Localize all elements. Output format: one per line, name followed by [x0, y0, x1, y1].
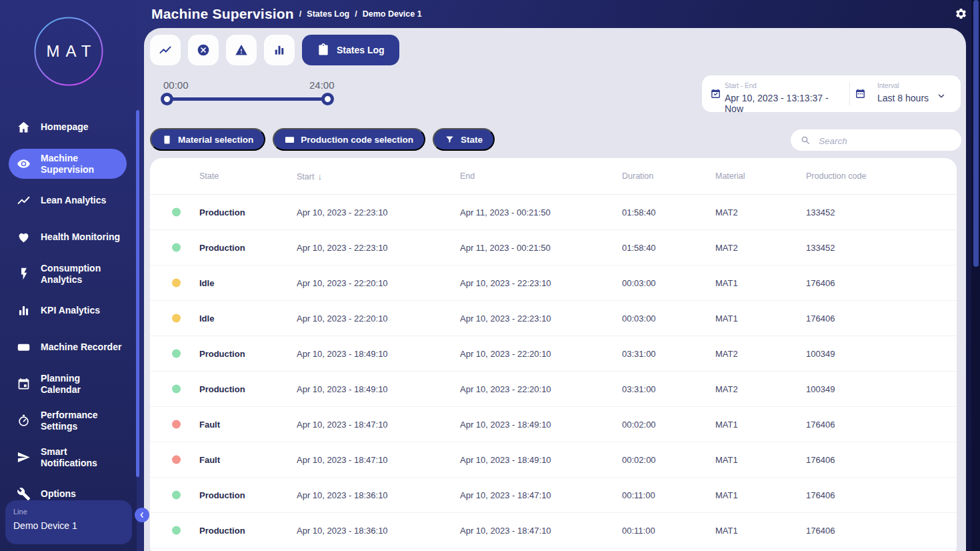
- slider-handle-end[interactable]: [321, 93, 334, 105]
- table-row[interactable]: FaultApr 10, 2023 - 18:47:10Apr 10, 2023…: [150, 407, 957, 442]
- table-row[interactable]: ProductionApr 10, 2023 - 18:36:10Apr 10,…: [150, 478, 957, 513]
- cancel-circle-icon: [197, 43, 210, 57]
- cell-material: MAT2: [715, 243, 738, 253]
- tab-trends[interactable]: [150, 35, 181, 65]
- cell-end: Apr 10, 2023 - 22:23:10: [460, 278, 551, 288]
- cell-duration: 03:31:00: [622, 349, 656, 359]
- slider-track[interactable]: [167, 97, 328, 101]
- cell-start: Apr 10, 2023 - 22:20:10: [297, 278, 388, 288]
- table-row[interactable]: ProductionApr 10, 2023 - 18:36:10Apr 10,…: [150, 513, 957, 548]
- cell-start: Apr 10, 2023 - 18:47:10: [297, 420, 388, 430]
- cell-state: Production: [199, 349, 245, 359]
- heart-pulse-icon: [17, 230, 31, 244]
- breadcrumb-device[interactable]: Demo Device 1: [363, 9, 422, 19]
- sidebar-item-health-monitoring[interactable]: Health Monitoring: [0, 219, 137, 255]
- table-row[interactable]: IdleApr 10, 2023 - 22:20:10Apr 10, 2023 …: [150, 301, 957, 336]
- tab-faults[interactable]: [188, 35, 219, 65]
- column-header-state[interactable]: State: [199, 171, 219, 181]
- sidebar-item-performance-settings[interactable]: Performance Settings: [0, 402, 137, 439]
- filter-bar: Material selection Production code selec…: [150, 128, 495, 151]
- cell-state: Production: [199, 490, 245, 500]
- cell-end: Apr 10, 2023 - 18:49:10: [460, 455, 551, 465]
- cell-material: MAT1: [715, 455, 738, 465]
- cell-material: MAT1: [715, 420, 738, 430]
- column-header-start[interactable]: Start↓: [297, 171, 322, 181]
- slider-handle-start[interactable]: [161, 93, 173, 105]
- cell-material: MAT2: [715, 349, 738, 359]
- cell-production-code: 176406: [806, 490, 835, 500]
- tab-statistics[interactable]: [264, 35, 295, 65]
- sidebar-collapse-button[interactable]: [135, 508, 149, 522]
- table-row[interactable]: ProductionApr 10, 2023 - 22:23:10Apr 11,…: [150, 230, 957, 265]
- table-row[interactable]: ProductionApr 10, 2023 - 22:23:10Apr 11,…: [150, 195, 957, 230]
- sidebar-item-label: Smart Notifications: [41, 446, 97, 468]
- sidebar-item-consumption-analytics[interactable]: Consumption Analytics: [0, 255, 137, 292]
- sidebar-nav: HomepageMachine SupervisionLean Analytic…: [0, 109, 137, 512]
- chevron-down-icon[interactable]: [937, 91, 946, 101]
- cell-duration: 00:11:00: [622, 490, 655, 500]
- sidebar-item-label: Consumption Analytics: [41, 263, 101, 285]
- column-header-material[interactable]: Material: [715, 171, 745, 181]
- sidebar-item-label: Options: [41, 488, 76, 500]
- sidebar-item-planning-calendar[interactable]: Planning Calendar: [0, 366, 137, 402]
- start-end-picker[interactable]: Start - End Apr 10, 2023 - 13:13:37 - No…: [702, 75, 849, 112]
- cell-production-code: 133452: [806, 207, 835, 217]
- device-name: Demo Device 1: [13, 520, 124, 531]
- status-dot-production: [172, 491, 181, 500]
- breadcrumb-states-log[interactable]: States Log: [307, 9, 349, 19]
- view-tabs: States Log: [150, 35, 399, 65]
- sidebar-item-label: Performance Settings: [41, 410, 98, 432]
- cell-end: Apr 11, 2023 - 00:21:50: [460, 207, 551, 217]
- calendar-check-icon: [710, 88, 721, 99]
- device-line-label: Line: [13, 508, 124, 516]
- cell-end: Apr 10, 2023 - 18:47:10: [460, 490, 551, 500]
- settings-gear-icon[interactable]: [955, 7, 967, 20]
- cell-state: Idle: [199, 278, 214, 288]
- table-row[interactable]: FaultApr 10, 2023 - 18:47:10Apr 10, 2023…: [150, 442, 957, 478]
- cell-state: Production: [199, 243, 245, 253]
- sidebar-item-machine-recorder[interactable]: Machine Recorder: [0, 329, 137, 366]
- sidebar-item-label: KPI Analytics: [41, 305, 100, 316]
- sidebar-item-kpi-analytics[interactable]: KPI Analytics: [0, 292, 137, 329]
- cell-production-code: 176406: [806, 314, 835, 324]
- trend-chart-icon: [17, 193, 31, 207]
- content-panel: States Log 00:00 24:00 Start - End Apr 1…: [144, 28, 966, 551]
- search-input[interactable]: [817, 129, 953, 152]
- column-header-end[interactable]: End: [460, 171, 475, 181]
- state-filter-button[interactable]: State: [433, 128, 495, 151]
- sidebar-item-smart-notifications[interactable]: Smart Notifications: [0, 439, 137, 476]
- page-scrollbar-thumb[interactable]: [973, 0, 979, 267]
- tab-label: States Log: [337, 45, 385, 55]
- table-row[interactable]: ProductionApr 10, 2023 - 18:49:10Apr 10,…: [150, 336, 957, 372]
- table-row[interactable]: IdleApr 10, 2023 - 22:20:10Apr 10, 2023 …: [150, 265, 957, 301]
- tab-states-log[interactable]: States Log: [302, 35, 399, 65]
- table-row[interactable]: ProductionApr 10, 2023 - 18:49:10Apr 10,…: [150, 372, 957, 407]
- production-code-selection-button[interactable]: Production code selection: [273, 128, 425, 151]
- clipboard-icon: [317, 43, 330, 57]
- tab-warnings[interactable]: [226, 35, 257, 65]
- device-card[interactable]: Line Demo Device 1: [5, 500, 132, 544]
- material-selection-button[interactable]: Material selection: [150, 128, 265, 151]
- page-scrollbar-track: [971, 0, 980, 551]
- status-dot-production: [172, 208, 181, 217]
- start-end-value: Apr 10, 2023 - 13:13:37 - Now: [725, 93, 849, 114]
- page-header: Machine Supervision / States Log / Demo …: [151, 0, 422, 28]
- status-dot-fault: [172, 420, 181, 429]
- sidebar-item-lean-analytics[interactable]: Lean Analytics: [0, 182, 137, 219]
- cell-end: Apr 10, 2023 - 18:49:10: [460, 420, 551, 430]
- material-icon: [162, 135, 172, 145]
- sidebar-item-homepage[interactable]: Homepage: [0, 109, 137, 145]
- search-box: [791, 129, 961, 151]
- cell-end: Apr 10, 2023 - 22:20:10: [460, 349, 551, 359]
- column-header-duration[interactable]: Duration: [622, 171, 653, 181]
- cell-state: Idle: [199, 314, 214, 324]
- recorder-icon: [17, 340, 31, 354]
- cell-production-code: 176406: [806, 278, 835, 288]
- column-header-production-code[interactable]: Production code: [806, 171, 866, 181]
- cell-duration: 00:03:00: [622, 314, 656, 324]
- sidebar-item-machine-supervision[interactable]: Machine Supervision: [9, 149, 127, 179]
- cell-production-code: 133452: [806, 243, 835, 253]
- cell-end: Apr 10, 2023 - 22:20:10: [460, 384, 551, 394]
- sidebar-scrollbar[interactable]: [136, 110, 139, 477]
- calendar-interval-icon: [855, 88, 866, 99]
